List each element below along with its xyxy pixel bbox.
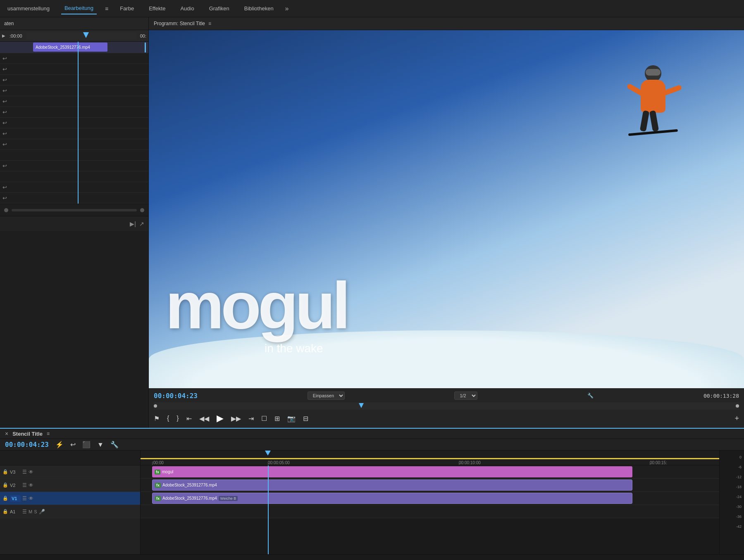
source-track-row-2: ↩ [0,53,148,64]
source-scroll-left[interactable] [4,208,8,212]
v1-clip-stock[interactable]: fx AdobeStock_253912776.mp4 Weiche B [152,493,632,504]
track-reset-7[interactable]: ↩ [2,109,7,115]
source-insert-icon[interactable]: ▶| [130,221,136,227]
timeline-scrollbar[interactable] [0,554,744,560]
track-a1-lock[interactable]: 🔒 [2,509,8,514]
step-forward-button[interactable]: ▶▶ [231,415,241,422]
track-a1-mic[interactable]: 🎤 [39,509,45,515]
menu-item-bibliotheken[interactable]: Bibliotheken [241,3,277,14]
source-scrollbar-area [0,204,148,216]
work-area-bar[interactable] [141,458,719,459]
button-grid[interactable]: ⊟ [303,415,308,422]
source-monitor-panel: aten ▶ :00:00 00: AdobeStock_253912776.m… [0,17,149,428]
out-point-button[interactable]: } [176,415,179,422]
source-clip[interactable]: AdobeStock_253912776.mp4 [33,43,107,52]
export-frame-button[interactable]: 📷 [287,415,296,422]
source-overwrite-icon[interactable]: ↗ [139,221,144,227]
volume-labels: 0 -6 -12 -18 -24 -30 -36 -42 [720,452,743,532]
track-a1-sync[interactable]: ☰ [22,509,27,515]
track-v1-sync[interactable]: ☰ [22,496,27,501]
timeline-menu-icon[interactable]: ≡ [47,431,50,437]
tl-tool-track-select[interactable]: ⬛ [82,441,91,448]
insert-button[interactable]: ☐ [261,415,267,422]
add-button[interactable]: + [734,414,739,423]
track-reset-12[interactable]: ↩ [2,163,7,169]
track-reset-9[interactable]: ↩ [2,131,7,137]
more-workspaces-button[interactable]: » [285,5,289,12]
track-reset-15[interactable]: ↩ [2,195,7,201]
source-scrollbar[interactable] [12,209,137,211]
v2-clip-stock[interactable]: fx AdobeStock_253912776.mp4 [152,479,632,491]
track-reset-3[interactable]: ↩ [2,66,7,72]
v3-fx-badge: fx [155,470,160,475]
v3-clip-label: mogul [162,470,173,474]
tl-tool-razor[interactable]: ⚡ [55,441,64,448]
menu-item-zusammenstellung[interactable]: usammenstellung [4,3,53,14]
program-monitor-title: Programm: Stencil Title [154,21,205,26]
go-to-in-button[interactable]: ⇤ [186,415,192,422]
monitor-controls: 00:00:04:23 Einpassen 25% 50% 100% 1/2 F… [149,388,744,428]
progress-bar[interactable] [154,402,739,410]
source-play-arrow[interactable]: ▶ [2,33,5,38]
track-content-area: :00:00 00:00:05:00 00:00:10:00 00:00:15:… [141,451,719,554]
track-v3-sync[interactable]: ☰ [22,469,27,475]
menu-item-effekte[interactable]: Effekte [145,3,169,14]
track-reset-8[interactable]: ↩ [2,120,7,126]
track-reset-14[interactable]: ↩ [2,184,7,190]
track-v1-lock[interactable]: 🔒 [2,496,8,501]
track-v2-lock[interactable]: 🔒 [2,482,8,488]
timeline-close-button[interactable]: × [5,430,8,437]
track-reset-10[interactable]: ↩ [2,141,7,147]
tl-tool-undo[interactable]: ↩ [70,441,76,448]
source-ruler-time2: 00: [140,33,146,38]
fit-dropdown[interactable]: Einpassen 25% 50% 100% [308,392,345,400]
program-monitor-header: Programm: Stencil Title ≡ [149,17,744,30]
go-to-out-button[interactable]: ⇥ [248,415,254,422]
track-label-v2: 🔒 V2 ☰ 👁 [0,479,140,492]
program-monitor-menu[interactable]: ≡ [208,21,211,26]
progress-playhead[interactable] [359,403,364,408]
video-subtitle-text: in the wake [265,342,323,355]
v1-weiche-badge: Weiche B [219,496,238,501]
v2-clip-label: AdobeStock_253912776.mp4 [162,483,217,487]
track-v2-eye[interactable]: 👁 [29,482,33,488]
play-button[interactable]: ▶ [217,413,224,424]
tl-tool-down[interactable]: ▼ [97,441,104,448]
v3-clip-mogul[interactable]: fx mogul [152,466,632,477]
in-point-button[interactable]: { [167,415,169,422]
track-reset-2[interactable]: ↩ [2,55,7,62]
menu-item-bearbeitung[interactable]: Bearbeitung [61,2,97,14]
track-v1-eye[interactable]: 👁 [29,496,33,501]
timeline-timecode[interactable]: 00:00:04:23 [5,441,49,448]
track-reset-5[interactable]: ↩ [2,88,7,94]
source-track-row-6: ↩ [0,96,148,107]
source-clip-label: AdobeStock_253912776.mp4 [36,45,90,50]
track-a1-mute[interactable]: M [29,509,32,514]
track-a1-solo[interactable]: S [34,509,37,514]
bearbeitung-menu-icon[interactable]: ≡ [105,5,108,12]
tl-tool-settings[interactable]: 🔧 [110,441,119,448]
track-reset-4[interactable]: ↩ [2,77,7,83]
source-scroll-right[interactable] [140,208,144,212]
source-track-row-7: ↩ [0,107,148,118]
timeline-header: × Stencil Title ≡ [0,429,744,439]
step-back-button[interactable]: ◀◀ [199,415,209,422]
monitor-settings-icon[interactable]: 🔧 [587,393,594,399]
track-v3-eye[interactable]: 👁 [29,469,33,475]
menu-item-grafiken[interactable]: Grafiken [206,3,233,14]
menu-item-audio[interactable]: Audio [177,3,197,14]
track-v2-sync[interactable]: ☰ [22,482,27,488]
overwrite-button[interactable]: ⊞ [274,415,280,422]
marker-button[interactable]: ⚑ [154,415,160,422]
progress-end-dot [736,404,739,408]
quality-dropdown[interactable]: 1/2 Full 1/4 [454,392,477,400]
track-label-a1: 🔒 A1 ☰ M S 🎤 [0,505,140,518]
track-reset-6[interactable]: ↩ [2,98,7,104]
timeline-body: 🔒 V3 ☰ 👁 🔒 V2 ☰ 👁 🔒 V1 ☰ 👁 🔒 [0,451,744,554]
track-v3-lock[interactable]: 🔒 [2,469,8,475]
current-timecode[interactable]: 00:00:04:23 [154,392,198,400]
menu-item-farbe[interactable]: Farbe [117,3,137,14]
source-ruler-time: :00:00 [10,33,22,38]
source-track-row-3: ↩ [0,64,148,75]
source-track-row-10: ↩ [0,139,148,150]
